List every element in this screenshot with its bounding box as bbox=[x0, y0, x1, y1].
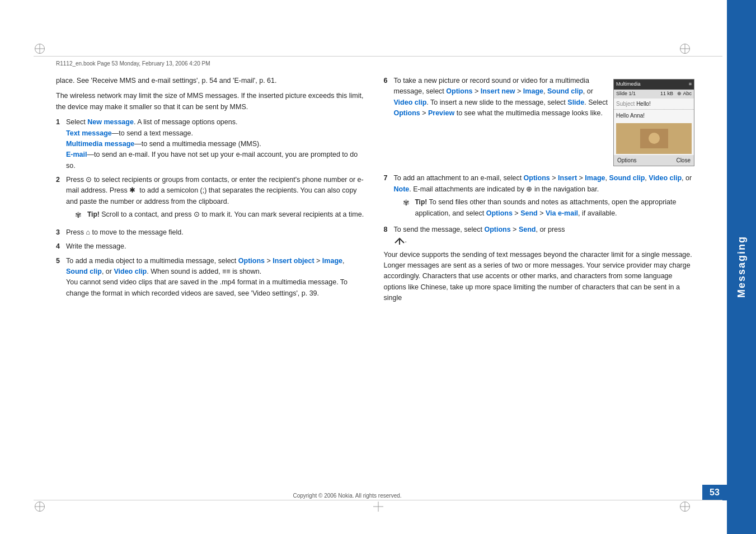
link-video-7: Video clip bbox=[649, 174, 682, 182]
item-content: To add a media object to a multimedia me… bbox=[66, 256, 367, 299]
phone-status-bar: Slide 1/1 11 kB ⊕ Abc bbox=[614, 90, 694, 99]
link-video-6: Video clip bbox=[394, 99, 427, 106]
bottom-margin-line bbox=[34, 500, 722, 500]
phone-subject-line: Subject Hello! bbox=[614, 99, 694, 110]
link-options: Options bbox=[238, 257, 265, 265]
item-number: 4 bbox=[56, 241, 64, 252]
phone-options-bar: Options Close bbox=[614, 155, 694, 166]
item-content: To send the message, select Options > Se… bbox=[394, 224, 695, 246]
link-note-7: Note bbox=[394, 185, 410, 193]
link-video-clip: Video clip bbox=[114, 268, 147, 275]
tip-icon: ✾ bbox=[75, 209, 85, 222]
link-insert-object: Insert object bbox=[273, 257, 314, 265]
tip-icon-7: ✾ bbox=[403, 197, 413, 219]
link-via-email: Via e-mail bbox=[546, 209, 578, 217]
link-insert-7: Insert bbox=[558, 174, 577, 182]
link-options-6b: Options bbox=[394, 109, 420, 117]
columns: place. See 'Receive MMS and e-mail setti… bbox=[56, 76, 694, 492]
phone-title: Multimedia bbox=[616, 81, 641, 88]
link-options-6: Options bbox=[446, 87, 472, 95]
link-email: E-mail bbox=[66, 151, 87, 158]
top-margin-line bbox=[34, 56, 722, 57]
list-item: 5 To add a media object to a multimedia … bbox=[56, 256, 367, 299]
item-number: 5 bbox=[56, 256, 64, 299]
item-content: Write the message. bbox=[66, 241, 367, 252]
item-number: 8 bbox=[384, 224, 392, 246]
item-6-text: 6 To take a new picture or record sound … bbox=[384, 76, 609, 170]
phone-kb-label: 11 kB ⊕ Abc bbox=[660, 90, 692, 98]
phone-image-svg bbox=[637, 126, 671, 151]
phone-close-label: Close bbox=[676, 156, 691, 165]
link-image-6: Image bbox=[523, 87, 543, 95]
list-item: 2 Press ⊙ to select recipients or groups… bbox=[56, 175, 367, 224]
intro-p1: place. See 'Receive MMS and e-mail setti… bbox=[56, 76, 367, 86]
link-sound-clip: Sound clip bbox=[66, 268, 102, 275]
link-insert-new: Insert new bbox=[481, 87, 515, 95]
svg-point-2 bbox=[649, 133, 660, 144]
corner-mark-bl bbox=[35, 502, 45, 512]
item-number: 6 bbox=[384, 76, 392, 119]
item-content: Press ⊙ to select recipients or groups f… bbox=[66, 175, 367, 224]
phone-screenshot: Multimedia ≡ Slide 1/1 11 kB ⊕ Abc Subje… bbox=[613, 79, 694, 166]
center-bottom-cross bbox=[373, 502, 383, 512]
tip-box: ✾ Tip! Scroll to a contact, and press ⊙ … bbox=[75, 209, 367, 222]
intro-p2: The wireless network may limit the size … bbox=[56, 91, 367, 113]
tip-text: Tip! Scroll to a contact, and press ⊙ to… bbox=[87, 209, 364, 222]
corner-mark-tr bbox=[680, 44, 690, 54]
phone-options-label: Options bbox=[617, 156, 636, 165]
phone-subject-key: Subject bbox=[616, 101, 636, 107]
book-header: R1112_en.book Page 53 Monday, February 1… bbox=[56, 60, 694, 67]
list-item: 3 Press ⌂ to move to the message field. bbox=[56, 227, 367, 238]
link-preview: Preview bbox=[428, 109, 454, 117]
copyright: Copyright © 2006 Nokia. All rights reser… bbox=[0, 493, 694, 499]
link-options-7: Options bbox=[524, 174, 550, 182]
item-number: 3 bbox=[56, 227, 64, 238]
link-send-7: Send bbox=[520, 209, 538, 217]
list-item: 8 To send the message, select Options > … bbox=[384, 224, 695, 246]
item-content: Select New message. A list of message op… bbox=[66, 117, 367, 171]
tip-text-7: Tip! To send files other than sounds and… bbox=[415, 197, 695, 219]
left-column: place. See 'Receive MMS and e-mail setti… bbox=[56, 76, 367, 492]
link-text-message: Text message bbox=[66, 129, 112, 137]
messaging-tab-label: Messaging bbox=[736, 236, 748, 298]
link-image-7: Image bbox=[585, 174, 605, 182]
phone-image-area bbox=[616, 123, 692, 154]
phone-slide-label: Slide 1/1 bbox=[616, 90, 636, 98]
phone-body: Hello Anna! bbox=[614, 110, 694, 122]
item-number: 1 bbox=[56, 117, 64, 171]
link-sound-7: Sound clip bbox=[609, 174, 645, 182]
phone-title-bar: Multimedia ≡ bbox=[614, 79, 694, 90]
item-content: To add an attachment to an e-mail, selec… bbox=[394, 173, 695, 221]
list-item: 6 To take a new picture or record sound … bbox=[384, 76, 609, 119]
ending-paragraph: Your device supports the sending of text… bbox=[384, 250, 695, 304]
item-6-row: 6 To take a new picture or record sound … bbox=[384, 76, 695, 170]
list-item: 4 Write the message. bbox=[56, 241, 367, 252]
send-key-icon bbox=[394, 237, 405, 245]
corner-mark-br bbox=[680, 502, 690, 512]
link-multimedia-message: Multimedia message bbox=[66, 140, 134, 148]
link-send-8: Send bbox=[519, 226, 536, 233]
link-slide: Slide bbox=[567, 99, 584, 106]
list-item: 1 Select New message. A list of message … bbox=[56, 117, 367, 171]
phone-menu-icon: ≡ bbox=[689, 81, 692, 88]
tip-box-7: ✾ Tip! To send files other than sounds a… bbox=[403, 197, 695, 219]
corner-mark-tl bbox=[35, 44, 45, 54]
link-new-message: New message bbox=[87, 118, 134, 126]
link-sound-6: Sound clip bbox=[547, 87, 583, 95]
messaging-tab: Messaging bbox=[727, 0, 756, 534]
item-content: To take a new picture or record sound or… bbox=[394, 76, 609, 119]
link-options-7b: Options bbox=[486, 209, 513, 217]
link-options-8: Options bbox=[484, 226, 510, 233]
item-number: 7 bbox=[384, 173, 392, 221]
page-number-badge: 53 bbox=[702, 485, 727, 500]
right-column: 6 To take a new picture or record sound … bbox=[384, 76, 695, 492]
item-content: Press ⌂ to move to the message field. bbox=[66, 227, 367, 238]
phone-subject-value: Hello! bbox=[636, 101, 651, 107]
link-image: Image bbox=[322, 257, 342, 265]
page-number: 53 bbox=[710, 488, 720, 498]
list-item: 7 To add an attachment to an e-mail, sel… bbox=[384, 173, 695, 221]
item-number: 2 bbox=[56, 175, 64, 224]
